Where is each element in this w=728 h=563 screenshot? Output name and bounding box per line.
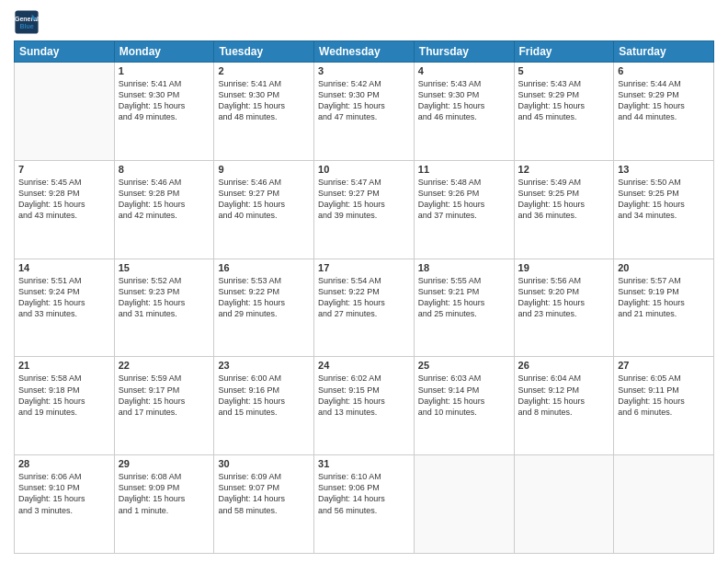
page: General Blue SundayMondayTuesdayWednesda… [0,0,728,563]
day-info: Sunrise: 6:02 AM Sunset: 9:15 PM Dayligh… [318,373,410,418]
day-number: 11 [418,164,510,175]
day-number: 1 [119,65,210,76]
calendar-cell [15,63,115,161]
day-info: Sunrise: 5:54 AM Sunset: 9:22 PM Dayligh… [318,275,410,320]
weekday-header-sunday: Sunday [15,41,115,63]
calendar-cell: 2Sunrise: 5:41 AM Sunset: 9:30 PM Daylig… [214,63,314,161]
day-info: Sunrise: 5:43 AM Sunset: 9:30 PM Dayligh… [418,78,510,123]
day-number: 22 [119,360,210,371]
calendar-cell: 10Sunrise: 5:47 AM Sunset: 9:27 PM Dayli… [314,160,415,259]
header: General Blue [14,9,714,35]
calendar-week-2: 14Sunrise: 5:51 AM Sunset: 9:24 PM Dayli… [15,259,714,357]
calendar-cell: 28Sunrise: 6:06 AM Sunset: 9:10 PM Dayli… [15,455,115,554]
day-number: 20 [618,262,710,273]
day-info: Sunrise: 6:03 AM Sunset: 9:14 PM Dayligh… [418,373,510,418]
svg-rect-0 [15,10,38,33]
weekday-header-monday: Monday [114,41,214,63]
day-info: Sunrise: 6:09 AM Sunset: 9:07 PM Dayligh… [218,471,310,516]
calendar-table: SundayMondayTuesdayWednesdayThursdayFrid… [14,40,714,554]
calendar-cell: 8Sunrise: 5:46 AM Sunset: 9:28 PM Daylig… [114,160,214,259]
day-number: 19 [518,262,610,273]
day-number: 29 [119,458,210,469]
day-info: Sunrise: 5:56 AM Sunset: 9:20 PM Dayligh… [518,275,610,320]
calendar-cell: 4Sunrise: 5:43 AM Sunset: 9:30 PM Daylig… [414,63,514,161]
day-info: Sunrise: 5:41 AM Sunset: 9:30 PM Dayligh… [218,78,310,123]
weekday-header-thursday: Thursday [414,41,514,63]
day-number: 2 [218,65,310,76]
day-number: 10 [318,164,410,175]
day-number: 7 [18,164,110,175]
day-info: Sunrise: 5:44 AM Sunset: 9:29 PM Dayligh… [618,78,710,123]
calendar-cell: 25Sunrise: 6:03 AM Sunset: 9:14 PM Dayli… [414,357,514,455]
day-info: Sunrise: 5:47 AM Sunset: 9:27 PM Dayligh… [318,177,410,222]
day-info: Sunrise: 5:53 AM Sunset: 9:22 PM Dayligh… [218,275,310,320]
day-number: 5 [518,65,610,76]
day-info: Sunrise: 5:48 AM Sunset: 9:26 PM Dayligh… [418,177,510,222]
day-info: Sunrise: 6:10 AM Sunset: 9:06 PM Dayligh… [318,471,410,516]
day-info: Sunrise: 6:04 AM Sunset: 9:12 PM Dayligh… [518,373,610,418]
calendar-week-1: 7Sunrise: 5:45 AM Sunset: 9:28 PM Daylig… [15,160,714,259]
calendar-week-3: 21Sunrise: 5:58 AM Sunset: 9:18 PM Dayli… [15,357,714,455]
day-info: Sunrise: 5:58 AM Sunset: 9:18 PM Dayligh… [18,373,110,418]
day-number: 21 [18,360,110,371]
day-number: 31 [318,458,410,469]
day-info: Sunrise: 5:49 AM Sunset: 9:25 PM Dayligh… [518,177,610,222]
calendar-cell: 6Sunrise: 5:44 AM Sunset: 9:29 PM Daylig… [614,63,714,161]
calendar-cell: 30Sunrise: 6:09 AM Sunset: 9:07 PM Dayli… [214,455,314,554]
svg-text:Blue: Blue [19,23,33,29]
calendar-cell: 17Sunrise: 5:54 AM Sunset: 9:22 PM Dayli… [314,259,415,357]
day-info: Sunrise: 5:46 AM Sunset: 9:28 PM Dayligh… [119,177,210,222]
day-info: Sunrise: 5:45 AM Sunset: 9:28 PM Dayligh… [18,177,110,222]
day-number: 23 [218,360,310,371]
logo: General Blue [14,9,43,35]
day-number: 8 [119,164,210,175]
day-info: Sunrise: 5:41 AM Sunset: 9:30 PM Dayligh… [119,78,210,123]
calendar-cell: 12Sunrise: 5:49 AM Sunset: 9:25 PM Dayli… [514,160,614,259]
day-number: 26 [518,360,610,371]
calendar-week-0: 1Sunrise: 5:41 AM Sunset: 9:30 PM Daylig… [15,63,714,161]
day-info: Sunrise: 5:50 AM Sunset: 9:25 PM Dayligh… [618,177,710,222]
calendar-header-row: SundayMondayTuesdayWednesdayThursdayFrid… [15,41,714,63]
day-info: Sunrise: 6:08 AM Sunset: 9:09 PM Dayligh… [119,471,210,516]
day-number: 12 [518,164,610,175]
calendar-cell: 19Sunrise: 5:56 AM Sunset: 9:20 PM Dayli… [514,259,614,357]
calendar-cell: 13Sunrise: 5:50 AM Sunset: 9:25 PM Dayli… [614,160,714,259]
calendar-cell: 27Sunrise: 6:05 AM Sunset: 9:11 PM Dayli… [614,357,714,455]
day-number: 16 [218,262,310,273]
day-info: Sunrise: 5:51 AM Sunset: 9:24 PM Dayligh… [18,275,110,320]
calendar-cell: 21Sunrise: 5:58 AM Sunset: 9:18 PM Dayli… [15,357,115,455]
calendar-cell: 16Sunrise: 5:53 AM Sunset: 9:22 PM Dayli… [214,259,314,357]
day-number: 15 [119,262,210,273]
calendar-cell: 18Sunrise: 5:55 AM Sunset: 9:21 PM Dayli… [414,259,514,357]
calendar-cell [414,455,514,554]
day-number: 24 [318,360,410,371]
day-number: 13 [618,164,710,175]
calendar-cell: 20Sunrise: 5:57 AM Sunset: 9:19 PM Dayli… [614,259,714,357]
weekday-header-tuesday: Tuesday [214,41,314,63]
calendar-cell: 3Sunrise: 5:42 AM Sunset: 9:30 PM Daylig… [314,63,415,161]
day-number: 4 [418,65,510,76]
calendar-cell: 14Sunrise: 5:51 AM Sunset: 9:24 PM Dayli… [15,259,115,357]
day-number: 9 [218,164,310,175]
day-number: 27 [618,360,710,371]
day-number: 3 [318,65,410,76]
day-number: 30 [218,458,310,469]
logo-icon: General Blue [14,9,40,35]
calendar-cell: 22Sunrise: 5:59 AM Sunset: 9:17 PM Dayli… [114,357,214,455]
day-info: Sunrise: 5:59 AM Sunset: 9:17 PM Dayligh… [119,373,210,418]
day-info: Sunrise: 5:46 AM Sunset: 9:27 PM Dayligh… [218,177,310,222]
day-info: Sunrise: 6:00 AM Sunset: 9:16 PM Dayligh… [218,373,310,418]
calendar-cell: 1Sunrise: 5:41 AM Sunset: 9:30 PM Daylig… [114,63,214,161]
calendar-cell [614,455,714,554]
day-number: 28 [18,458,110,469]
weekday-header-saturday: Saturday [614,41,714,63]
weekday-header-wednesday: Wednesday [314,41,415,63]
calendar-cell: 11Sunrise: 5:48 AM Sunset: 9:26 PM Dayli… [414,160,514,259]
calendar-cell: 5Sunrise: 5:43 AM Sunset: 9:29 PM Daylig… [514,63,614,161]
calendar-cell: 24Sunrise: 6:02 AM Sunset: 9:15 PM Dayli… [314,357,415,455]
day-info: Sunrise: 5:43 AM Sunset: 9:29 PM Dayligh… [518,78,610,123]
day-info: Sunrise: 6:05 AM Sunset: 9:11 PM Dayligh… [618,373,710,418]
calendar-cell: 15Sunrise: 5:52 AM Sunset: 9:23 PM Dayli… [114,259,214,357]
calendar-cell: 9Sunrise: 5:46 AM Sunset: 9:27 PM Daylig… [214,160,314,259]
calendar-cell: 23Sunrise: 6:00 AM Sunset: 9:16 PM Dayli… [214,357,314,455]
